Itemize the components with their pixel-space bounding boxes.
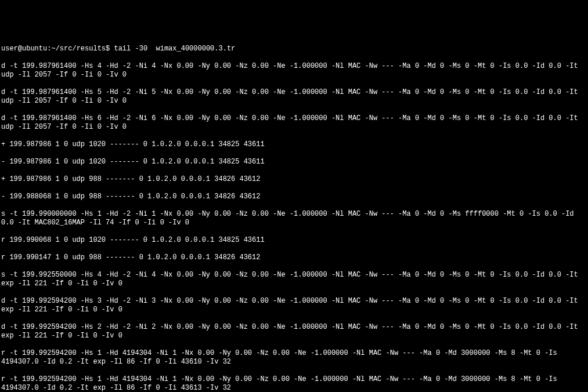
output-line: - 199.988068 1 0 udp 988 ------- 0 1.0.2… [1,193,587,201]
output-line: d -t 199.987961400 -Hs 6 -Hd -2 -Ni 6 -N… [1,114,587,132]
output-line: s -t 199.990000000 -Hs 1 -Hd -2 -Ni 1 -N… [1,210,587,227]
output-line: r -t 199.992594200 -Hs 1 -Hd 4194304 -Ni… [1,349,587,366]
output-line: r -t 199.992594200 -Hs 1 -Hd 4194304 -Ni… [1,375,587,392]
prompt-dollar: $ [106,45,114,53]
prompt-host: ubuntu [22,45,47,53]
output-line: s -t 199.992550000 -Hs 4 -Hd -2 -Ni 4 -N… [1,271,587,288]
prompt-user: user [1,45,18,53]
output-line: r 199.990147 1 0 udp 988 ------- 0 1.0.2… [1,253,587,262]
output-line: d -t 199.987961400 -Hs 5 -Hd -2 -Ni 5 -N… [1,88,587,106]
command-line: user@ubuntu:~/src/results$ tail -30 wima… [1,45,587,53]
terminal-window[interactable]: user@ubuntu:~/src/results$ tail -30 wima… [1,36,587,392]
output-line: + 199.987986 1 0 udp 1020 ------- 0 1.0.… [1,140,587,149]
output-line: d -t 199.992594200 -Hs 3 -Hd -2 -Ni 3 -N… [1,297,587,314]
output-line: r 199.990068 1 0 udp 1020 ------- 0 1.0.… [1,236,587,245]
output-line: + 199.987986 1 0 udp 988 ------- 0 1.0.2… [1,175,587,184]
output-line: d -t 199.992594200 -Hs 2 -Hd -2 -Ni 2 -N… [1,323,587,340]
output-line: - 199.987986 1 0 udp 1020 ------- 0 1.0.… [1,158,587,166]
prompt-path: ~/src/results [51,45,106,53]
output-line: d -t 199.987961400 -Hs 4 -Hd -2 -Ni 4 -N… [1,62,587,79]
command-text: tail -30 wimax_40000000.3.tr [114,45,235,53]
